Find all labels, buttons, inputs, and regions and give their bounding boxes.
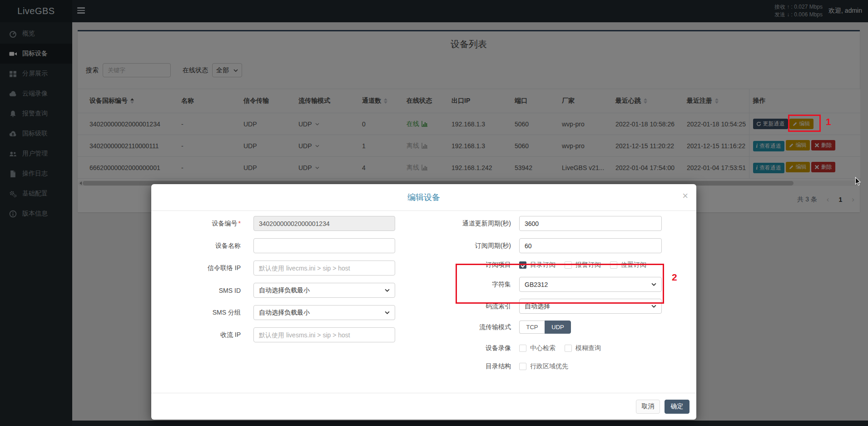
charset-label: 字符集 <box>447 281 511 289</box>
recv-ip-field[interactable] <box>253 327 395 342</box>
recv-ip-label: 收流 IP <box>186 331 241 339</box>
channel-refresh-field[interactable] <box>519 216 662 231</box>
sms-group-label: SMS 分组 <box>186 309 241 317</box>
subscribe-items-label: 订阅项目 <box>447 261 511 269</box>
edit-device-modal: 编辑设备 × 2 设备编号* 设备名称 信令联络 IP SMS ID 自动选择负… <box>151 184 696 420</box>
cancel-button[interactable]: 取消 <box>636 400 660 414</box>
chevron-down-icon <box>385 289 390 292</box>
catalog-subscribe-checkbox[interactable]: 目录订阅 <box>519 261 556 269</box>
alarm-subscribe-checkbox[interactable]: 报警订阅 <box>565 261 601 269</box>
stream-index-label: 码流索引 <box>447 302 511 311</box>
chevron-down-icon <box>385 311 390 314</box>
signal-ip-field[interactable] <box>253 261 395 276</box>
device-id-field <box>253 216 395 231</box>
channel-refresh-label: 通道更新周期(秒) <box>447 220 511 228</box>
subscribe-period-label: 订阅周期(秒) <box>447 242 511 250</box>
signal-ip-label: 信令联络 IP <box>186 264 241 272</box>
modal-footer: 取消 确定 <box>151 393 696 420</box>
device-id-label: 设备编号* <box>186 220 241 228</box>
subscribe-period-field[interactable] <box>519 238 662 253</box>
modal-left-column: 设备编号* 设备名称 信令联络 IP SMS ID 自动选择负载最小 SMS 分… <box>186 216 395 350</box>
stream-index-select[interactable]: 自动选择 <box>519 299 662 314</box>
center-search-checkbox[interactable]: 中心检索 <box>519 344 556 352</box>
admin-region-first-checkbox[interactable]: 行政区域优先 <box>519 362 568 371</box>
sms-id-label: SMS ID <box>186 287 241 294</box>
charset-select[interactable]: GB2312 <box>519 277 662 292</box>
annotation-number-2: 2 <box>672 272 677 283</box>
checkbox-icon <box>610 261 617 269</box>
tcp-option[interactable]: TCP <box>519 321 545 334</box>
catalog-struct-label: 目录结构 <box>447 362 511 371</box>
device-record-label: 设备录像 <box>447 344 511 352</box>
sms-id-select[interactable]: 自动选择负载最小 <box>253 283 395 298</box>
checkbox-checked-icon <box>519 261 526 269</box>
modal-header: 编辑设备 × <box>151 184 696 211</box>
confirm-button[interactable]: 确定 <box>665 400 689 414</box>
position-subscribe-checkbox[interactable]: 位置订阅 <box>610 261 646 269</box>
stream-mode-label: 流传输模式 <box>447 323 511 331</box>
fuzzy-query-checkbox[interactable]: 模糊查询 <box>565 344 601 352</box>
device-name-label: 设备名称 <box>186 242 241 250</box>
udp-option-selected[interactable]: UDP <box>545 321 571 334</box>
stream-mode-toggle: TCP UDP <box>519 321 571 334</box>
close-icon[interactable]: × <box>682 184 688 208</box>
checkbox-icon <box>519 345 526 352</box>
required-mark: * <box>238 220 241 227</box>
checkbox-icon <box>565 345 572 352</box>
modal-right-column: 通道更新周期(秒) 订阅周期(秒) 订阅项目 目录订阅 报警订阅 位置订阅 字符… <box>447 216 662 372</box>
sms-group-select[interactable]: 自动选择负载最小 <box>253 305 395 320</box>
chevron-down-icon <box>651 305 656 308</box>
chevron-down-icon <box>651 283 656 286</box>
modal-title: 编辑设备 <box>151 184 696 210</box>
checkbox-icon <box>565 261 572 269</box>
device-name-field[interactable] <box>253 238 395 253</box>
modal-body: 2 设备编号* 设备名称 信令联络 IP SMS ID 自动选择负载最小 <box>151 211 696 393</box>
checkbox-icon <box>519 363 526 370</box>
